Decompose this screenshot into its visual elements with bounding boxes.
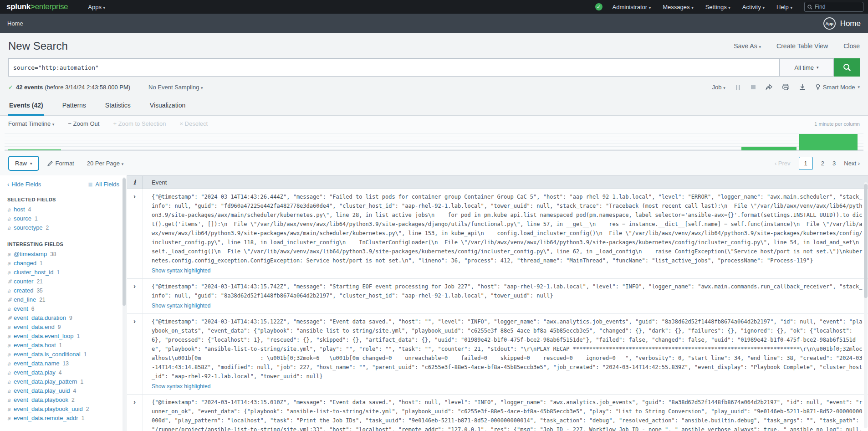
tab-events-42[interactable]: Events (42) <box>8 97 44 116</box>
create-table-view-button[interactable]: Create Table View <box>776 42 828 50</box>
field-item-created[interactable]: acreated35 <box>0 286 127 295</box>
search-button[interactable] <box>834 58 860 77</box>
event-expand-cell[interactable]: › <box>127 189 143 278</box>
deselect-button[interactable]: × Deselect <box>179 120 208 127</box>
page-button-2[interactable]: 2 <box>821 160 824 167</box>
page-button-3[interactable]: 3 <box>832 160 836 167</box>
field-item-event_data.end[interactable]: aevent_data.end9 <box>0 323 127 332</box>
format-timeline-menu[interactable]: Format Timeline ▾ <box>8 120 54 127</box>
chevron-right-icon[interactable]: › <box>133 317 136 325</box>
per-page-menu[interactable]: 20 Per Page ▾ <box>87 160 123 167</box>
page-button-1[interactable]: 1 <box>799 157 813 170</box>
field-item-event_data.host[interactable]: aevent_data.host1 <box>0 341 127 350</box>
topnav-menu-messages[interactable]: Messages ▾ <box>663 4 693 10</box>
print-icon[interactable] <box>782 84 789 90</box>
field-type-icon: # <box>7 296 14 303</box>
field-item-event_data.playbook_uuid[interactable]: aevent_data.playbook_uuid2 <box>0 405 127 414</box>
field-item-event_data.play[interactable]: aevent_data.play4 <box>0 368 127 377</box>
tab-patterns[interactable]: Patterns <box>61 97 87 116</box>
field-item-changed[interactable]: achanged1 <box>0 259 127 268</box>
page-scrollbar-thumb[interactable] <box>864 184 868 298</box>
field-type-icon: a <box>7 387 14 395</box>
field-item-event_data.duration[interactable]: #event_data.duration9 <box>0 313 127 323</box>
chevron-right-icon[interactable]: › <box>133 398 136 405</box>
app-badge-icon[interactable]: App <box>823 17 836 30</box>
field-type-icon: a <box>7 378 14 385</box>
topnav-menu-settings[interactable]: Settings ▾ <box>705 4 730 10</box>
event-raw-text[interactable]: {"@timestamp": "2024-03-14T14:43:15.010Z… <box>152 398 863 431</box>
field-item-event_data.remote_addr[interactable]: aevent_data.remote_addr1 <box>0 414 127 423</box>
next-page-button[interactable]: Next › <box>844 160 860 167</box>
event-raw-text[interactable]: {"@timestamp": "2024-03-14T14:43:15.742Z… <box>152 282 863 300</box>
tab-statistics[interactable]: Statistics <box>104 97 132 116</box>
stop-icon[interactable] <box>751 85 756 89</box>
event-expand-cell[interactable]: › <box>127 279 143 313</box>
breadcrumb[interactable]: Home <box>7 20 23 27</box>
field-item-end_line[interactable]: #end_line21 <box>0 295 127 304</box>
job-menu[interactable]: Job ▾ <box>712 84 725 91</box>
field-item-counter[interactable]: #counter21 <box>0 277 127 286</box>
topnav-menu-help[interactable]: Help ▾ <box>776 4 792 10</box>
field-item-event_data.play_pattern[interactable]: aevent_data.play_pattern1 <box>0 377 127 386</box>
field-type-icon: a <box>7 224 14 231</box>
format-menu[interactable]: Format <box>47 160 74 167</box>
zoom-to-selection-button[interactable]: + Zoom to Selection <box>113 120 166 127</box>
search-query-input[interactable] <box>8 58 779 77</box>
splunk-logo[interactable]: splunk>enterprise <box>6 2 68 11</box>
field-item-@timestamp[interactable]: a@timestamp38 <box>0 250 127 259</box>
field-item-event_data.playbook[interactable]: aevent_data.playbook2 <box>0 395 127 405</box>
topnav-menu-administrator[interactable]: Administrator ▾ <box>613 4 651 10</box>
timeline-bar[interactable] <box>8 149 61 150</box>
field-name: event_data.play_uuid <box>14 387 70 395</box>
find-input[interactable] <box>815 4 856 10</box>
find-search-box[interactable] <box>804 2 863 12</box>
show-syntax-link[interactable]: Show syntax highlighted <box>152 383 210 390</box>
event-raw-text[interactable]: {"@timestamp": "2024-03-14T14:43:15.122Z… <box>152 317 863 381</box>
field-item-sourcetype[interactable]: asourcetype2 <box>0 223 127 232</box>
time-range-picker[interactable]: All time▾ <box>779 58 834 77</box>
search-mode-menu[interactable]: Smart Mode ▾ <box>816 84 860 91</box>
field-item-source[interactable]: asource1 <box>0 214 127 223</box>
event-row: ›{"@timestamp": "2024-03-14T14:43:15.122… <box>127 314 868 395</box>
share-icon[interactable] <box>766 84 772 90</box>
hide-fields-button[interactable]: ‹Hide Fields <box>7 181 41 188</box>
bulb-icon <box>816 84 820 90</box>
field-count: 13 <box>62 360 68 367</box>
field-item-cluster_host_id[interactable]: acluster_host_id1 <box>0 268 127 277</box>
export-icon[interactable] <box>799 84 806 90</box>
show-syntax-link[interactable]: Show syntax highlighted <box>152 303 210 309</box>
timeline-bar[interactable] <box>741 147 797 150</box>
event-timeline-chart[interactable] <box>5 131 863 151</box>
field-item-event_data.name[interactable]: aevent_data.name13 <box>0 359 127 368</box>
minus-icon: − <box>68 120 71 127</box>
pause-icon[interactable] <box>735 85 741 90</box>
x-icon: × <box>179 120 183 127</box>
tab-visualization[interactable]: Visualization <box>149 97 186 116</box>
apps-menu[interactable]: Apps ▾ <box>88 4 105 10</box>
chevron-right-icon[interactable]: › <box>133 282 136 290</box>
timeline-bar[interactable] <box>799 134 858 150</box>
event-expand-cell[interactable]: › <box>127 314 143 394</box>
event-expand-cell[interactable]: › <box>127 395 143 431</box>
page-scrollbar[interactable] <box>864 182 868 428</box>
health-check-icon[interactable]: ✓ <box>595 3 602 10</box>
topnav-menu-activity[interactable]: Activity ▾ <box>742 4 765 10</box>
close-button[interactable]: Close <box>843 42 860 50</box>
field-item-event_data.event_loop[interactable]: aevent_data.event_loop1 <box>0 332 127 341</box>
prev-page-button[interactable]: ‹ Prev <box>775 160 791 167</box>
event-sampling-menu[interactable]: No Event Sampling ▾ <box>148 84 203 91</box>
field-item-event_data.is_conditional[interactable]: aevent_data.is_conditional1 <box>0 350 127 359</box>
zoom-out-button[interactable]: − Zoom Out <box>68 120 99 127</box>
event-cell: {"@timestamp": "2024-03-14T14:43:26.444Z… <box>143 189 868 278</box>
all-fields-button[interactable]: ≣All Fields <box>88 181 119 188</box>
event-raw-text[interactable]: {"@timestamp": "2024-03-14T14:43:26.444Z… <box>152 192 863 265</box>
chevron-right-icon[interactable]: › <box>133 192 136 200</box>
show-syntax-link[interactable]: Show syntax highlighted <box>152 267 210 274</box>
field-item-event[interactable]: aevent6 <box>0 304 127 313</box>
raw-display-menu[interactable]: Raw▾ <box>8 156 39 171</box>
sidebar-scrollbar[interactable] <box>123 177 126 431</box>
save-as-button[interactable]: Save As ▾ <box>734 42 761 50</box>
field-item-host[interactable]: ahost4 <box>0 205 127 214</box>
sidebar-scrollbar-thumb[interactable] <box>123 178 126 306</box>
field-item-event_data.play_uuid[interactable]: aevent_data.play_uuid4 <box>0 386 127 395</box>
